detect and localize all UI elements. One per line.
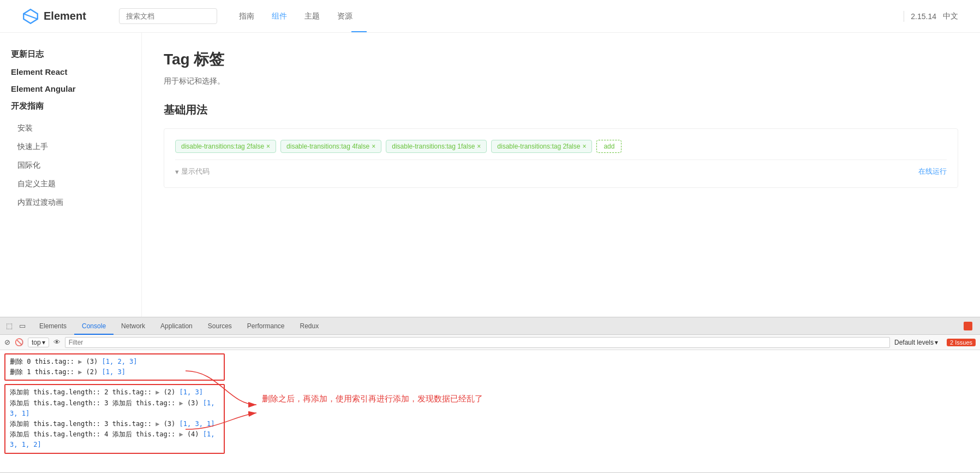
main-nav: 指南 组件 主题 资源 [239,11,352,21]
sidebar-item-install[interactable]: 安装 [11,119,130,138]
element-logo-icon [22,8,39,25]
console-log-line-2: 删除 1 this.tag:: ▶ (2) [1, 3] [10,367,219,377]
header-right: 2.15.14 中文 [904,11,958,22]
tab-elements[interactable]: Elements [32,317,74,335]
tab-redux[interactable]: Redux [292,317,327,335]
tag-1-close[interactable]: × [266,143,270,150]
lang-selector[interactable]: 中文 [943,11,958,21]
nav-resources[interactable]: 资源 [337,11,352,21]
add-tag-button[interactable]: add [596,140,622,153]
devtools-console-toolbar: ⊘ 🚫 top ▾ 👁 Default levels ▾ 2 Issues [0,335,980,350]
tab-sources[interactable]: Sources [200,317,240,335]
default-levels-label: Default levels [894,339,934,346]
devtools-tabs-bar: ⬚ ▭ Elements Console Network Application… [0,317,980,335]
online-run-link[interactable]: 在线运行 [918,167,947,176]
sidebar-item-element-react[interactable]: Element React [11,67,130,76]
tag-2-label: disable-transitions:tag 4false [286,143,369,150]
tab-performance[interactable]: Performance [240,317,292,335]
demo-box: disable-transitions:tag 2false × disable… [164,128,958,188]
console-log-group-delete: 删除 0 this.tag:: ▶ (3) [1, 2, 3] 删除 1 thi… [4,353,225,381]
tag-4-label: disable-transitions:tag 2false [497,143,580,150]
tag-1: disable-transitions:tag 2false × [175,140,276,153]
version-selector[interactable]: 2.15.14 [911,12,936,21]
tag-1-label: disable-transitions:tag 2false [181,143,264,150]
nav-active-bar [351,31,367,32]
block-icon[interactable]: ⊘ [4,338,10,346]
sidebar-item-quickstart[interactable]: 快速上手 [11,138,130,156]
nav-guide[interactable]: 指南 [239,11,254,21]
clear-icon[interactable]: 🚫 [15,338,23,346]
tag-2: disable-transitions:tag 4false × [280,140,381,153]
console-log-group-add: 添加前 this.tag.length:: 2 this.tag:: ▶ (2)… [4,384,225,453]
sidebar: 更新日志 Element React Element Angular 开发指南 … [0,33,142,317]
page-title: Tag 标签 [164,49,958,70]
console-log-line-4: 添加后 this.tag.length:: 3 添加后 this.tag:: ▶… [10,398,219,419]
show-code-label: 显示代码 [181,167,210,176]
console-log-line-5: 添加前 this.tag.length:: 3 this.tag:: ▶ (3)… [10,419,219,429]
tag-3: disable-transitions:tag 1false × [386,140,487,153]
tags-area: disable-transitions:tag 2false × disable… [175,140,947,153]
eye-icon[interactable]: 👁 [53,338,61,346]
issues-badge[interactable]: 2 Issues [947,339,976,346]
svg-line-1 [23,14,38,19]
show-code-button[interactable]: ▾ 显示代码 [175,167,210,176]
top-selector[interactable]: top ▾ [28,338,49,347]
main-layout: 更新日志 Element React Element Angular 开发指南 … [0,33,980,317]
tag-4-close[interactable]: × [582,143,586,150]
header: Element 指南 组件 主题 资源 2.15.14 中文 [0,0,980,33]
sidebar-item-changelog[interactable]: 更新日志 [11,49,130,60]
annotation-text: 删除之后，再添加，使用索引再进行添加，发现数据已经乱了 [262,394,483,404]
top-label: top [32,339,41,346]
tab-application[interactable]: Application [153,317,200,335]
page-description: 用于标记和选择。 [164,76,958,86]
sidebar-item-custom-theme[interactable]: 自定义主题 [11,175,130,193]
page-content: Tag 标签 用于标记和选择。 基础用法 disable-transitions… [142,33,980,317]
tag-3-label: disable-transitions:tag 1false [392,143,475,150]
tab-network[interactable]: Network [113,317,153,335]
inspect-icon[interactable]: ⬚ [4,321,14,331]
device-icon[interactable]: ▭ [17,321,27,331]
section-title-basic: 基础用法 [164,103,958,117]
nav-components[interactable]: 组件 [272,11,287,21]
sidebar-item-dev-guide[interactable]: 开发指南 [11,101,130,111]
sidebar-item-i18n[interactable]: 国际化 [11,156,130,175]
console-logs-left: 删除 0 this.tag:: ▶ (3) [1, 2, 3] 删除 1 thi… [0,350,229,472]
devtools-error-indicator [964,322,972,330]
sidebar-item-element-angular[interactable]: Element Angular [11,84,130,93]
console-log-line-1: 删除 0 this.tag:: ▶ (3) [1, 2, 3] [10,357,219,367]
header-divider [904,11,904,22]
devtools-toolbar-icons: ⬚ ▭ [4,321,27,331]
default-levels-selector[interactable]: Default levels ▾ [894,339,938,346]
tag-3-close[interactable]: × [477,143,481,150]
demo-footer: ▾ 显示代码 在线运行 [175,159,947,176]
default-levels-arrow: ▾ [935,339,938,346]
tab-console[interactable]: Console [74,317,113,335]
console-annotation: 删除之后，再添加，使用索引再进行添加，发现数据已经乱了 [262,394,483,404]
console-log-line-6: 添加后 this.tag.length:: 4 添加后 this.tag:: ▶… [10,429,219,450]
console-filter-input[interactable] [65,337,890,348]
top-arrow-icon: ▾ [42,339,45,346]
console-log-line-3: 添加前 this.tag.length:: 2 this.tag:: ▶ (2)… [10,387,219,398]
tag-4: disable-transitions:tag 2false × [491,140,592,153]
chevron-down-icon: ▾ [175,168,179,176]
devtools-panel: ⬚ ▭ Elements Console Network Application… [0,317,980,472]
sidebar-item-transitions[interactable]: 内置过渡动画 [11,193,130,212]
search-input[interactable] [119,8,217,24]
console-output: 删除 0 this.tag:: ▶ (3) [1, 2, 3] 删除 1 thi… [0,350,980,472]
nav-theme[interactable]: 主题 [304,11,320,21]
logo-area[interactable]: Element [22,8,86,25]
logo-text: Element [44,10,86,22]
tag-2-close[interactable]: × [372,143,375,150]
